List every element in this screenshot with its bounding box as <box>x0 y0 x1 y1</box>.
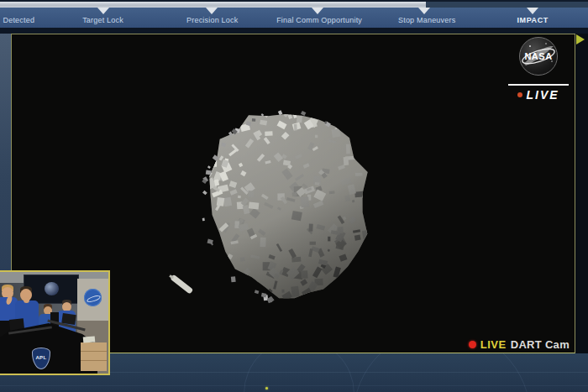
set-gap-band <box>0 28 588 34</box>
live-dot-icon <box>517 92 522 97</box>
timeline-marker-icon <box>527 8 538 14</box>
set-circle-decoration <box>353 353 531 392</box>
live-divider-line <box>508 84 569 86</box>
record-dot-icon <box>469 341 476 348</box>
camera-name-label: DART Cam <box>511 338 570 351</box>
timeline-phase-detected: Detected <box>3 16 35 24</box>
pip-papers <box>83 336 96 342</box>
asteroid-fragment <box>169 274 193 295</box>
timeline-marker-icon <box>418 8 430 14</box>
timeline-phase-target-lock: Target Lock <box>82 16 123 24</box>
nasa-tv-dart-broadcast: { "timeline": { "progress_pct": 72.4, "p… <box>0 0 588 392</box>
set-right-strip <box>575 34 588 353</box>
network-bug: NASA LIVE <box>506 36 571 102</box>
mission-control-pip: APL <box>0 270 110 375</box>
timeline-marker-icon <box>97 8 109 14</box>
timeline-marker-icon <box>312 8 323 14</box>
timeline-phase-impact: IMPACT <box>517 16 548 24</box>
live-badge: LIVE <box>526 88 559 102</box>
camera-badge: LIVE DART Cam <box>469 338 570 351</box>
set-circle-decoration <box>244 353 354 392</box>
mission-phase-timeline: DetectedTarget LockPrecision LockFinal C… <box>0 0 588 28</box>
pip-right-wall <box>77 279 108 322</box>
nasa-meatball-logo: NASA <box>518 36 559 76</box>
timeline-phase-precision-lock: Precision Lock <box>186 16 238 24</box>
set-line-decoration <box>0 385 588 386</box>
timeline-phase-final-comm-opportunity: Final Comm Opportunity <box>276 16 362 24</box>
apl-logo-text: APL <box>33 355 50 360</box>
timeline-progress-fill <box>0 2 426 8</box>
nasa-logo-text: NASA <box>524 51 552 61</box>
person-2-hands <box>24 297 29 303</box>
camera-live-label: LIVE <box>480 338 507 351</box>
set-arrow-icon <box>576 34 585 44</box>
set-dot-decoration <box>265 387 268 389</box>
pip-nasa-logo <box>84 289 102 306</box>
pip-storage-box <box>81 342 107 371</box>
pip-screen-asteroid <box>45 282 59 295</box>
timeline-marker-icon <box>206 8 218 14</box>
timeline-phase-stop-maneuvers: Stop Maneuvers <box>398 16 455 24</box>
timeline-track <box>0 2 588 8</box>
